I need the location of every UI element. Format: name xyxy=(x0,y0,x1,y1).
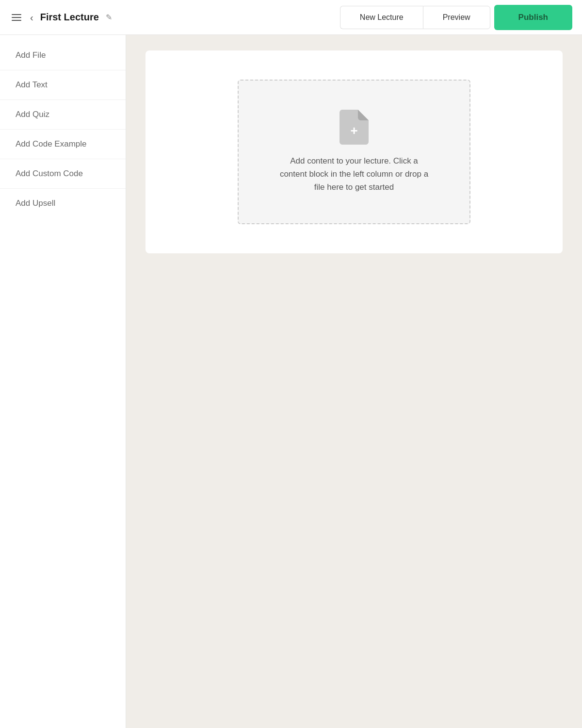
content-card: + Add content to your lecture. Click a c… xyxy=(146,50,563,253)
page-title: First Lecture xyxy=(40,12,99,23)
back-icon[interactable]: ‹ xyxy=(28,11,35,24)
sidebar-item-add-code-example[interactable]: Add Code Example xyxy=(0,130,126,159)
menu-icon[interactable] xyxy=(10,12,23,23)
header-left: ‹ First Lecture ✎ xyxy=(10,11,332,24)
sidebar-item-add-text[interactable]: Add Text xyxy=(0,70,126,100)
drop-zone-text: Add content to your lecture. Click a con… xyxy=(277,154,431,194)
sidebar: Add File Add Text Add Quiz Add Code Exam… xyxy=(0,35,126,728)
publish-button[interactable]: Publish xyxy=(494,5,572,30)
file-plus-icon: + xyxy=(340,110,369,145)
header: ‹ First Lecture ✎ New Lecture Preview Pu… xyxy=(0,0,582,35)
svg-text:+: + xyxy=(350,123,357,138)
new-lecture-button[interactable]: New Lecture xyxy=(340,6,423,29)
sidebar-item-add-quiz[interactable]: Add Quiz xyxy=(0,100,126,130)
content-area: + Add content to your lecture. Click a c… xyxy=(126,35,582,728)
main-layout: Add File Add Text Add Quiz Add Code Exam… xyxy=(0,35,582,728)
edit-icon[interactable]: ✎ xyxy=(104,11,114,24)
sidebar-item-add-upsell[interactable]: Add Upsell xyxy=(0,189,126,218)
preview-button[interactable]: Preview xyxy=(423,6,490,29)
sidebar-item-add-file[interactable]: Add File xyxy=(0,41,126,70)
header-nav: New Lecture Preview Publish xyxy=(340,5,572,30)
sidebar-item-add-custom-code[interactable]: Add Custom Code xyxy=(0,159,126,189)
drop-zone[interactable]: + Add content to your lecture. Click a c… xyxy=(238,80,470,224)
